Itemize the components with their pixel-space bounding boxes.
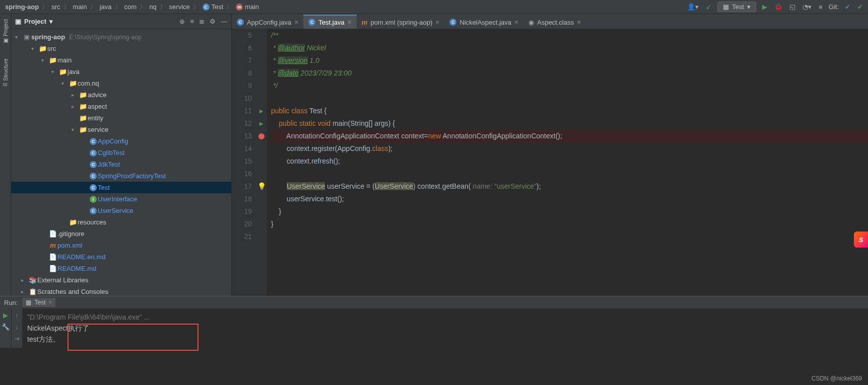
maven-icon: m — [362, 19, 368, 26]
tree-item[interactable]: ▾📁service — [11, 124, 231, 135]
navigation-bar: spring-aop〉 src〉 main〉 java〉 com〉 nq〉 se… — [0, 0, 868, 14]
profiler-button[interactable]: ◔▾ — [802, 2, 813, 12]
tree-item[interactable]: IUserInterface — [11, 193, 231, 205]
gutter-icons[interactable]: ▶▶💡 — [256, 29, 267, 296]
console-line: "D:\Program File\jdk\64\bin\java.exe" ..… — [27, 312, 863, 323]
collapse-all-icon[interactable]: ≣ — [199, 18, 205, 25]
breadcrumb-item[interactable]: java — [99, 3, 113, 11]
tree-item[interactable]: CJdkTest — [11, 159, 231, 170]
debug-button[interactable]: 🐞 — [773, 2, 783, 12]
run-label: Run: — [4, 299, 18, 306]
close-icon[interactable]: × — [435, 18, 439, 26]
rerun-button[interactable]: ▶ — [3, 312, 8, 319]
tree-item[interactable]: 📄README.md — [11, 263, 231, 274]
wrench-icon[interactable]: 🔧 — [2, 323, 10, 331]
select-opened-icon[interactable]: ⊕ — [179, 18, 185, 25]
class-icon: C — [308, 19, 315, 26]
project-icon: ▣ — [3, 38, 9, 44]
breadcrumb-item[interactable]: service — [168, 3, 191, 11]
tree-item[interactable]: ▾📁main — [11, 54, 231, 66]
run-tab-icon: ▦ — [26, 299, 31, 306]
tree-item[interactable]: CAppConfig — [11, 135, 231, 147]
tree-item[interactable]: mpom.xml — [11, 240, 231, 251]
code-content[interactable]: /** * @author Nickel * @version 1.0 * @d… — [267, 29, 868, 296]
editor-area: CAppConfig.java×CTest.java×mpom.xml (spr… — [232, 14, 868, 296]
project-tree[interactable]: ▾▣spring-aopE:\Study\Spring\spring-aop▾📁… — [11, 29, 231, 296]
tree-item[interactable]: CTest — [11, 182, 231, 193]
project-panel-header: ▣ Project ▾ ⊕ ≡ ≣ ⚙ — — [11, 14, 231, 29]
console-line: NickelAspect执行了 — [27, 323, 863, 334]
class-icon: C — [203, 4, 210, 11]
user-icon[interactable]: 👤▾ — [686, 2, 700, 12]
console-output[interactable]: "D:\Program File\jdk\64\bin\java.exe" ..… — [22, 309, 868, 348]
breadcrumb-item[interactable]: src — [50, 3, 61, 11]
breadcrumb-item[interactable]: C Test — [202, 3, 224, 11]
close-icon[interactable]: × — [48, 299, 52, 306]
breadcrumb-item[interactable]: spring-aop — [4, 3, 40, 11]
run-config-label: Test — [732, 3, 744, 11]
run-tab-label: Test — [34, 299, 45, 306]
chevron-down-icon[interactable]: ▾ — [49, 18, 53, 25]
tree-item[interactable]: CUserService — [11, 205, 231, 216]
tree-item[interactable]: 📄.gitignore — [11, 228, 231, 240]
tree-item[interactable]: ▾📁com.nq — [11, 78, 231, 89]
tree-item[interactable]: ▾📁src — [11, 43, 231, 54]
stop-button[interactable]: ■ — [818, 2, 824, 12]
tree-root[interactable]: ▾▣spring-aopE:\Study\Spring\spring-aop — [11, 31, 231, 43]
line-gutter[interactable]: 56789101112131415161718192021 — [232, 29, 256, 296]
code-editor[interactable]: 56789101112131415161718192021 ▶▶💡 /** * … — [232, 29, 868, 296]
close-icon[interactable]: × — [577, 18, 581, 26]
vcs-commit-icon[interactable]: ✔ — [856, 2, 864, 12]
run-configuration-selector[interactable]: ▦ Test ▾ — [717, 2, 756, 12]
tree-item[interactable]: CSpringProxtFactoryTest — [11, 170, 231, 182]
project-panel-title: Project — [24, 18, 46, 25]
breadcrumb-item[interactable]: com — [123, 3, 138, 11]
breadcrumb-item[interactable]: main — [72, 3, 88, 11]
close-icon[interactable]: × — [514, 18, 518, 26]
up-icon[interactable]: ↑ — [15, 312, 19, 319]
tree-item[interactable]: ▾📁java — [11, 66, 231, 78]
back-arrow-icon[interactable]: ↙ — [705, 2, 712, 12]
breadcrumb-item[interactable]: m main — [235, 3, 260, 11]
editor-tab[interactable]: mpom.xml (spring-aop)× — [357, 15, 445, 29]
close-icon[interactable]: × — [294, 18, 298, 26]
soft-wrap-icon[interactable]: ⇥ — [14, 335, 20, 342]
coverage-button[interactable]: ◱ — [788, 2, 796, 12]
expand-all-icon[interactable]: ≡ — [190, 18, 194, 25]
run-config-icon: ▦ — [723, 3, 729, 11]
watermark: CSDN @nickel369 — [812, 375, 862, 382]
project-tool-button[interactable]: ▣ Project — [2, 17, 9, 46]
classfile-icon: ◉ — [528, 19, 534, 26]
tree-item[interactable]: ▸📚External Libraries — [11, 274, 231, 286]
breadcrumb-item[interactable]: nq — [148, 3, 157, 11]
sogou-ime-icon[interactable]: S — [854, 232, 868, 248]
run-tab[interactable]: ▦ Test × — [23, 298, 55, 307]
tree-item[interactable]: ▸📁advice — [11, 89, 231, 101]
tree-item[interactable]: 📄README.en.md — [11, 251, 231, 263]
editor-tab[interactable]: CNickelAspect.java× — [444, 15, 523, 29]
class-icon: C — [237, 19, 244, 26]
settings-icon[interactable]: ⚙ — [210, 18, 216, 25]
hide-icon[interactable]: — — [221, 18, 227, 25]
close-icon[interactable]: × — [348, 18, 352, 26]
editor-tab[interactable]: CTest.java× — [303, 15, 357, 29]
left-tool-strip: ▣ Project ⠿ Structure — [0, 14, 11, 296]
tree-item[interactable]: 📁entity — [11, 112, 231, 124]
down-icon[interactable]: ↓ — [15, 323, 19, 331]
structure-tool-button[interactable]: ⠿ Structure — [2, 56, 9, 89]
editor-tab[interactable]: CAppConfig.java× — [232, 15, 303, 29]
project-icon: ▣ — [15, 18, 21, 25]
tree-item[interactable]: ▸📁aspect — [11, 101, 231, 112]
method-icon: m — [236, 4, 243, 11]
editor-tabs: CAppConfig.java×CTest.java×mpom.xml (spr… — [232, 14, 868, 29]
tree-item[interactable]: ▸📋Scratches and Consoles — [11, 286, 231, 296]
tree-item[interactable]: CCglibTest — [11, 147, 231, 159]
run-button[interactable]: ▶ — [761, 2, 768, 12]
tree-item[interactable]: 📁resources — [11, 216, 231, 228]
class-icon: C — [449, 19, 456, 26]
console-line: test方法。 — [27, 334, 863, 345]
chevron-down-icon: ▾ — [747, 3, 751, 11]
vcs-update-icon[interactable]: ✔ — [844, 2, 851, 12]
editor-tab[interactable]: ◉Aspect.class× — [523, 15, 586, 29]
project-panel: ▣ Project ▾ ⊕ ≡ ≣ ⚙ — ▾▣spring-aopE:\Stu… — [11, 14, 232, 296]
